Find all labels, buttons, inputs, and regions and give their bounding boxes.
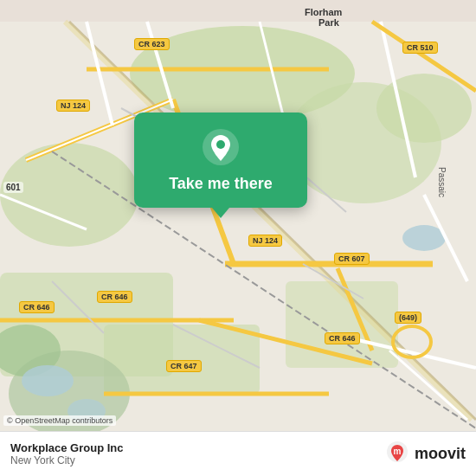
road-label-cr607: CR 607 — [334, 253, 370, 265]
road-label-nj124-2: NJ 124 — [248, 235, 282, 247]
road-label-cr510: CR 510 — [402, 42, 438, 54]
road-label-nj124-1: NJ 124 — [56, 100, 90, 112]
road-label-649: (649) — [395, 312, 421, 324]
moovit-logo-icon: m — [383, 441, 411, 468]
location-pin-icon — [202, 128, 240, 166]
svg-point-6 — [376, 74, 472, 143]
road-label-cr647: CR 647 — [166, 360, 202, 372]
road-label-cr646-3: CR 646 — [325, 332, 360, 344]
popup-card[interactable]: Take me there — [134, 113, 307, 208]
svg-point-10 — [22, 365, 74, 396]
moovit-brand-text: moovit — [415, 445, 466, 463]
location-title: Workplace Group Inc — [10, 441, 124, 454]
road-label-601: 601 — [3, 182, 23, 193]
location-subtitle: New York City — [10, 454, 124, 466]
map-container: NJ 124 NJ 124 CR 623 CR 510 CR 646 CR 64… — [0, 0, 476, 476]
road-label-cr646-1: CR 646 — [97, 291, 132, 303]
map-attribution: © OpenStreetMap contributors — [3, 415, 116, 426]
place-label-passaic: Passaic — [437, 167, 447, 197]
svg-text:m: m — [394, 447, 402, 456]
svg-point-41 — [216, 140, 225, 149]
take-me-there-label[interactable]: Take me there — [169, 175, 273, 194]
place-label-park: Park — [318, 17, 339, 28]
svg-point-12 — [402, 225, 446, 251]
bottom-bar-info: Workplace Group Inc New York City — [10, 441, 383, 466]
road-label-cr623-1: CR 623 — [134, 38, 170, 50]
moovit-logo: m moovit — [383, 441, 466, 468]
bottom-bar: Workplace Group Inc New York City m moov… — [0, 431, 476, 476]
road-label-cr646-2: CR 646 — [19, 301, 55, 313]
place-label-florham: Florham — [305, 7, 342, 17]
